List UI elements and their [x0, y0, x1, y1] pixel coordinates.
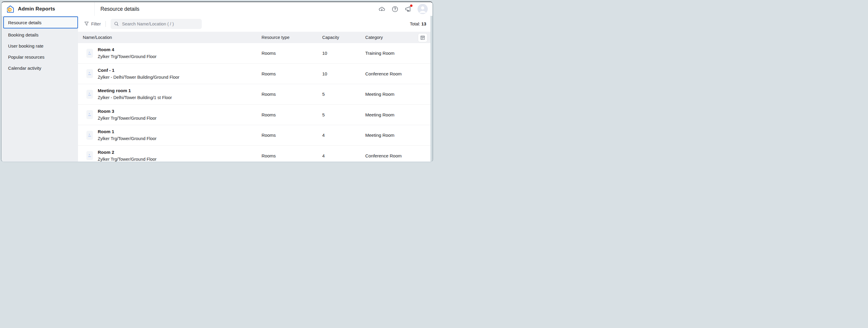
table-row[interactable]: Room 2 Zylker Trg/Tower/Ground Floor Roo… [78, 146, 430, 162]
column-header-resource-type[interactable]: Resource type [261, 35, 322, 40]
resource-capacity: 5 [322, 112, 365, 117]
resource-type: Rooms [261, 153, 322, 158]
resource-image-placeholder-icon [86, 131, 93, 140]
search-icon [114, 22, 119, 26]
filter-button[interactable]: Filter [84, 22, 101, 26]
resource-image-placeholder-icon [86, 49, 93, 58]
resource-location: Zylker - Delhi/Tower Building/1 st Floor [98, 95, 172, 100]
resource-capacity: 10 [322, 51, 365, 56]
total-count: Total:13 [410, 22, 426, 26]
sidebar-item-booking-details[interactable]: Booking details [1, 29, 78, 40]
resource-image-placeholder-icon [86, 69, 93, 78]
vertical-scrollbar[interactable] [430, 16, 433, 162]
resource-capacity: 4 [322, 153, 365, 158]
resource-capacity: 10 [322, 71, 365, 76]
main-content: Filter Total:13 Name/Location Resource t… [78, 16, 430, 162]
resource-name: Room 1 [98, 129, 157, 134]
announcements-icon[interactable] [404, 5, 411, 12]
search-box[interactable] [111, 19, 202, 29]
sidebar-item-popular-resources[interactable]: Popular resources [1, 52, 78, 62]
table-body: Room 4 Zylker Trg/Tower/Ground Floor Roo… [78, 43, 430, 162]
notification-badge [410, 4, 412, 7]
resource-image-placeholder-icon [86, 110, 93, 119]
column-manager-icon [420, 35, 425, 40]
sidebar-item-label: Resource details [8, 20, 41, 25]
resource-capacity: 4 [322, 133, 365, 138]
sidebar-item-user-booking-rate[interactable]: User booking rate [1, 40, 78, 52]
resource-category: Training Room [365, 51, 430, 56]
resource-name: Conf - 1 [98, 67, 179, 73]
resource-category: Meeting Room [365, 112, 430, 117]
toolbar: Filter Total:13 [78, 16, 430, 32]
total-value: 13 [422, 22, 426, 26]
table-row[interactable]: Conf - 1 Zylker - Delhi/Tower Building/G… [78, 64, 430, 84]
resource-capacity: 5 [322, 91, 365, 97]
resource-location: Zylker Trg/Tower/Ground Floor [98, 157, 157, 162]
resource-location: Zylker - Delhi/Tower Building/Ground Flo… [98, 75, 179, 80]
sidebar-item-label: User booking rate [8, 44, 43, 49]
header-divider [94, 2, 95, 16]
sidebar-item-label: Booking details [8, 32, 38, 37]
sidebar-item-calendar-activity[interactable]: Calendar activity [1, 62, 78, 74]
app-title: Admin Reports [18, 6, 55, 12]
sidebar-item-label: Calendar activity [8, 65, 41, 71]
table-row[interactable]: Room 4 Zylker Trg/Tower/Ground Floor Roo… [78, 43, 430, 64]
sidebar-item-label: Popular resources [8, 54, 44, 59]
resource-name: Room 3 [98, 109, 157, 114]
resource-type: Rooms [261, 133, 322, 138]
total-label: Total: [410, 22, 420, 26]
resource-type: Rooms [261, 91, 322, 97]
resource-name: Room 2 [98, 149, 157, 155]
column-header-capacity[interactable]: Capacity [322, 35, 365, 40]
sidebar: Resource details Booking details User bo… [1, 16, 78, 162]
resource-location: Zylker Trg/Tower/Ground Floor [98, 54, 157, 59]
house-gear-logo-icon [6, 5, 14, 13]
column-manager-button[interactable] [418, 33, 427, 42]
resource-name: Room 4 [98, 47, 157, 52]
resource-category: Conference Room [365, 153, 430, 158]
toolbar-divider [105, 21, 106, 27]
resource-type: Rooms [261, 51, 322, 56]
resource-type: Rooms [261, 71, 322, 76]
sidebar-item-resource-details[interactable]: Resource details [3, 17, 78, 28]
resource-category: Conference Room [365, 71, 430, 76]
resource-category: Meeting Room [365, 91, 430, 97]
cloud-download-icon[interactable] [378, 5, 385, 12]
resource-location: Zylker Trg/Tower/Ground Floor [98, 116, 157, 121]
resource-category: Meeting Room [365, 133, 430, 138]
app-window: Admin Reports Resource details [1, 1, 433, 162]
help-icon[interactable] [391, 5, 398, 12]
filter-funnel-icon [84, 22, 89, 26]
column-header-name-location[interactable]: Name/Location [83, 35, 261, 40]
filter-label: Filter [91, 22, 101, 26]
resource-image-placeholder-icon [86, 90, 93, 99]
page-title: Resource details [100, 6, 139, 12]
resource-image-placeholder-icon [86, 151, 93, 160]
table-row[interactable]: Room 3 Zylker Trg/Tower/Ground Floor Roo… [78, 105, 430, 126]
resource-name: Meeting room 1 [98, 88, 172, 93]
top-bar: Admin Reports Resource details [1, 2, 433, 16]
resource-location: Zylker Trg/Tower/Ground Floor [98, 136, 157, 141]
search-input[interactable] [121, 21, 198, 27]
table-row[interactable]: Meeting room 1 Zylker - Delhi/Tower Buil… [78, 84, 430, 105]
table-row[interactable]: Room 1 Zylker Trg/Tower/Ground Floor Roo… [78, 125, 430, 146]
table-header: Name/Location Resource type Capacity Cat… [78, 32, 430, 43]
avatar[interactable] [417, 4, 428, 14]
top-right-icons [378, 4, 428, 14]
resource-type: Rooms [261, 112, 322, 117]
